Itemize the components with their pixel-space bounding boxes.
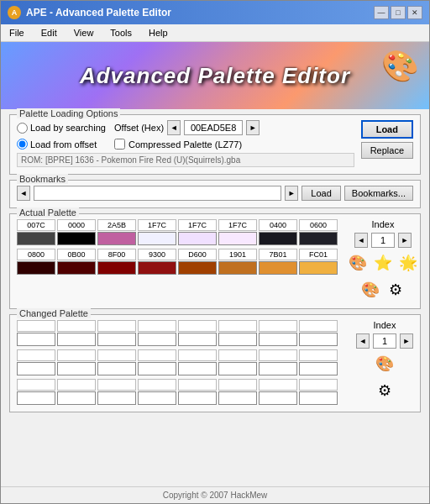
radio-search-label[interactable]: Load by searching xyxy=(17,123,109,134)
menu-file[interactable]: File xyxy=(4,26,29,39)
changed-icons-row: 🎨 xyxy=(373,352,396,375)
hex-label: 007C xyxy=(17,219,55,231)
empty-label xyxy=(259,349,297,361)
maximize-button[interactable]: □ xyxy=(391,6,406,19)
empty-swatch[interactable] xyxy=(138,333,176,346)
empty-swatch[interactable] xyxy=(259,391,297,405)
compressed-checkbox[interactable] xyxy=(114,139,125,150)
color-swatch[interactable] xyxy=(259,232,297,245)
palette-icons-row2: 🎨 ⚙ xyxy=(359,278,407,302)
empty-swatch[interactable] xyxy=(138,391,176,405)
color-swatch[interactable] xyxy=(299,261,338,275)
window-title: APE - Advanced Palette Editor xyxy=(26,7,171,18)
close-button[interactable]: ✕ xyxy=(407,6,422,19)
color-swatch[interactable] xyxy=(57,261,96,275)
changed-palette-icon-1[interactable]: 🎨 xyxy=(373,352,396,375)
changed-palette-row-2 xyxy=(17,349,348,375)
offset-next-button[interactable]: ► xyxy=(246,120,260,135)
empty-swatch[interactable] xyxy=(178,391,217,405)
color-swatch[interactable] xyxy=(97,261,136,275)
empty-swatch[interactable] xyxy=(299,362,338,375)
color-swatch[interactable] xyxy=(259,261,297,275)
palette-icon-2[interactable]: ⭐ xyxy=(371,251,395,275)
hex-label: 0B00 xyxy=(57,249,96,260)
index-next-button[interactable]: ► xyxy=(398,233,412,248)
empty-swatch[interactable] xyxy=(259,362,297,375)
empty-swatch[interactable] xyxy=(57,391,96,405)
color-swatch[interactable] xyxy=(97,232,136,245)
empty-swatch[interactable] xyxy=(218,333,257,346)
changed-index-next-button[interactable]: ► xyxy=(400,333,413,349)
index-input[interactable] xyxy=(371,233,395,248)
minimize-button[interactable]: — xyxy=(374,6,389,19)
empty-swatch[interactable] xyxy=(57,333,96,346)
bookmarks-manage-button[interactable]: Bookmarks... xyxy=(344,186,413,201)
hex-label: 0800 xyxy=(17,249,55,260)
palette-row-1: 007C 0000 2A5B 1F7C xyxy=(17,219,338,245)
offset-input[interactable] xyxy=(184,120,243,135)
bookmark-prev-button[interactable]: ◄ xyxy=(17,186,30,201)
empty-swatch[interactable] xyxy=(178,362,217,375)
color-swatch[interactable] xyxy=(138,232,176,245)
menu-view[interactable]: View xyxy=(69,26,99,39)
hex-label: D600 xyxy=(178,249,217,260)
changed-cell xyxy=(57,379,96,405)
empty-swatch[interactable] xyxy=(299,391,338,405)
palette-loading-label: Palette Loading Options xyxy=(17,108,120,118)
color-swatch[interactable] xyxy=(178,261,217,275)
empty-swatch[interactable] xyxy=(299,333,338,346)
radio-offset[interactable] xyxy=(17,139,28,150)
empty-swatch[interactable] xyxy=(57,362,96,375)
palette-icon-1[interactable]: 🎨 xyxy=(346,251,370,275)
load-button[interactable]: Load xyxy=(361,120,413,139)
empty-swatch[interactable] xyxy=(17,333,55,346)
color-swatch[interactable] xyxy=(218,261,257,275)
empty-swatch[interactable] xyxy=(97,391,136,405)
palette-icon-4[interactable]: 🎨 xyxy=(359,278,382,302)
changed-cell xyxy=(218,379,257,405)
bookmark-next-button[interactable]: ► xyxy=(285,186,298,201)
hex-label: 0400 xyxy=(259,219,297,231)
bookmark-input[interactable] xyxy=(34,186,281,201)
bookmark-load-button[interactable]: Load xyxy=(302,186,340,201)
palette-icon-3[interactable]: 🌟 xyxy=(396,251,420,275)
color-swatch[interactable] xyxy=(57,232,96,245)
empty-swatch[interactable] xyxy=(138,362,176,375)
changed-palette-side: Index ◄ ► 🎨 ⚙ xyxy=(356,320,413,405)
palette-cell: 0000 xyxy=(57,219,96,245)
empty-swatch[interactable] xyxy=(178,333,217,346)
radio-search[interactable] xyxy=(17,123,28,134)
right-buttons: Load Replace xyxy=(361,120,413,159)
color-swatch[interactable] xyxy=(17,261,55,275)
color-swatch[interactable] xyxy=(17,232,55,245)
empty-swatch[interactable] xyxy=(259,333,297,346)
offset-prev-button[interactable]: ◄ xyxy=(167,120,181,135)
empty-swatch[interactable] xyxy=(17,391,55,405)
changed-index-input[interactable] xyxy=(373,333,396,349)
empty-swatch[interactable] xyxy=(218,391,257,405)
empty-swatch[interactable] xyxy=(97,333,136,346)
changed-palette-row-1 xyxy=(17,320,348,346)
color-swatch[interactable] xyxy=(138,261,176,275)
menu-help[interactable]: Help xyxy=(144,26,173,39)
radio-offset-label[interactable]: Load from offset xyxy=(17,139,109,150)
empty-label xyxy=(17,379,55,391)
color-swatch[interactable] xyxy=(178,232,217,245)
empty-swatch[interactable] xyxy=(17,362,55,375)
empty-label xyxy=(218,379,257,391)
empty-swatch[interactable] xyxy=(218,362,257,375)
palette-icon-5[interactable]: ⚙ xyxy=(384,278,407,302)
replace-button[interactable]: Replace xyxy=(361,142,413,159)
changed-palette-icon-2[interactable]: ⚙ xyxy=(373,379,396,402)
color-swatch[interactable] xyxy=(299,232,338,245)
index-prev-button[interactable]: ◄ xyxy=(354,233,368,248)
palette-cell: 1F7C xyxy=(218,219,257,245)
menu-edit[interactable]: Edit xyxy=(36,26,62,39)
changed-index-prev-button[interactable]: ◄ xyxy=(356,333,370,349)
palette-cell: 2A5B xyxy=(97,219,136,245)
color-swatch[interactable] xyxy=(218,232,257,245)
title-controls: — □ ✕ xyxy=(374,6,422,19)
menu-tools[interactable]: Tools xyxy=(105,26,137,39)
hex-label: 2A5B xyxy=(97,219,136,231)
empty-swatch[interactable] xyxy=(97,362,136,375)
